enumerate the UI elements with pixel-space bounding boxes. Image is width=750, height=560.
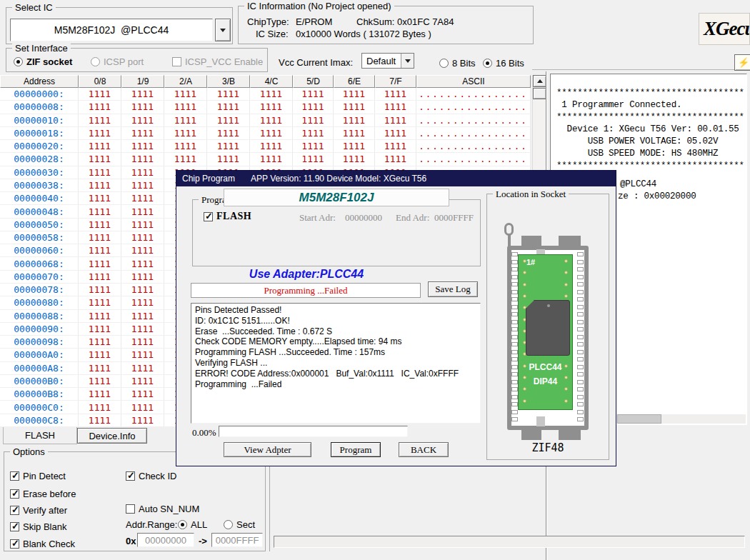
hex-cell[interactable]: 1111: [79, 166, 121, 179]
hex-cell[interactable]: 1111: [79, 414, 121, 426]
save-log-button[interactable]: Save Log: [428, 281, 478, 297]
hex-cell[interactable]: 1111: [164, 88, 207, 100]
hex-cell[interactable]: 1111: [121, 244, 164, 256]
hex-cell[interactable]: 1111: [207, 127, 250, 139]
hex-cell[interactable]: 1111: [121, 140, 164, 152]
hex-cell[interactable]: 1111: [79, 296, 121, 309]
checkbox-verify-after[interactable]: Verify after: [10, 504, 67, 516]
hex-cell[interactable]: 1111: [207, 140, 250, 152]
hex-cell[interactable]: 1111: [334, 114, 375, 126]
hex-cell[interactable]: 1111: [121, 257, 164, 269]
hex-cell[interactable]: 1111: [79, 257, 121, 269]
hex-cell[interactable]: 1111: [79, 114, 121, 126]
hex-cell[interactable]: 1111: [121, 284, 164, 296]
radio-zif-socket[interactable]: ZIF socket: [14, 56, 72, 67]
ic-selector[interactable]: M5M28F102J @PLCC44: [10, 19, 213, 41]
hex-cell[interactable]: 1111: [79, 153, 121, 165]
hex-cell[interactable]: 1111: [334, 127, 375, 139]
radio-addr-all[interactable]: ALL: [178, 519, 207, 530]
hex-cell[interactable]: 1111: [164, 153, 207, 165]
hex-cell[interactable]: 1111: [121, 166, 164, 179]
hex-cell[interactable]: 1111: [79, 349, 121, 361]
hex-cell[interactable]: 1111: [121, 323, 164, 335]
tab-device-info[interactable]: Device.Info: [77, 428, 147, 444]
hex-cell[interactable]: 1111: [121, 127, 164, 139]
hex-cell[interactable]: 1111: [121, 192, 164, 204]
hex-cell[interactable]: 1111: [293, 140, 334, 152]
hex-cell[interactable]: 1111: [293, 101, 334, 113]
hex-cell[interactable]: 1111: [164, 114, 207, 126]
hex-cell[interactable]: 1111: [164, 140, 207, 152]
hex-cell[interactable]: 1111: [121, 296, 164, 309]
hex-cell[interactable]: 1111: [121, 271, 164, 283]
hex-cell[interactable]: 1111: [334, 101, 375, 113]
hex-cell[interactable]: 1111: [79, 284, 121, 296]
hex-cell[interactable]: 1111: [79, 310, 121, 322]
hex-cell[interactable]: 1111: [79, 388, 121, 400]
hex-cell[interactable]: 1111: [375, 88, 416, 100]
hex-cell[interactable]: 1111: [121, 231, 164, 244]
hex-cell[interactable]: 1111: [250, 127, 293, 139]
hex-cell[interactable]: 1111: [121, 179, 164, 191]
quick-action-button[interactable]: ⚡: [734, 54, 750, 71]
scrollbar-thumb[interactable]: [617, 414, 661, 424]
hex-cell[interactable]: 1111: [79, 244, 121, 256]
hex-cell[interactable]: 1111: [79, 219, 121, 231]
hex-cell[interactable]: 1111: [79, 88, 121, 100]
hex-cell[interactable]: 1111: [121, 336, 164, 348]
checkbox-erase-before[interactable]: Erase before: [10, 488, 76, 499]
hex-cell[interactable]: 1111: [79, 192, 121, 204]
radio-8-bits[interactable]: 8 Bits: [439, 57, 476, 69]
hex-cell[interactable]: 1111: [207, 101, 250, 113]
vcc-imax-select[interactable]: Default: [361, 53, 414, 69]
checkbox-auto-sn-num[interactable]: Auto SN_NUM: [126, 503, 199, 514]
hex-cell[interactable]: 1111: [121, 153, 164, 165]
range-from-input[interactable]: 00000000: [137, 533, 194, 547]
hex-cell[interactable]: 1111: [121, 375, 164, 387]
hex-cell[interactable]: 1111: [207, 153, 250, 165]
radio-addr-sect[interactable]: Sect: [224, 519, 255, 530]
hex-cell[interactable]: 1111: [375, 140, 416, 152]
checkbox-flash[interactable]: FLASH: [204, 211, 251, 222]
checkbox-pin-detect[interactable]: Pin Detect: [10, 470, 66, 481]
hex-cell[interactable]: 1111: [375, 114, 416, 126]
hex-cell[interactable]: 1111: [250, 88, 293, 100]
hex-cell[interactable]: 1111: [250, 114, 293, 126]
program-button[interactable]: Program: [331, 442, 381, 457]
radio-16-bits[interactable]: 16 Bits: [483, 57, 524, 69]
hex-cell[interactable]: 1111: [79, 179, 121, 191]
hex-cell[interactable]: 1111: [121, 219, 164, 231]
tab-flash[interactable]: FLASH: [3, 427, 77, 444]
scroll-up-button[interactable]: [533, 75, 546, 87]
hex-cell[interactable]: 1111: [121, 401, 164, 413]
hex-cell[interactable]: 1111: [250, 140, 293, 152]
hex-cell[interactable]: 1111: [293, 114, 334, 126]
hex-cell[interactable]: 1111: [121, 310, 164, 322]
hex-cell[interactable]: 1111: [79, 375, 121, 387]
hex-cell[interactable]: 1111: [121, 114, 164, 126]
hex-cell[interactable]: 1111: [207, 114, 250, 126]
hex-cell[interactable]: 1111: [121, 388, 164, 400]
hex-cell[interactable]: 1111: [375, 127, 416, 139]
hex-cell[interactable]: 1111: [375, 101, 416, 113]
hex-cell[interactable]: 1111: [164, 127, 207, 139]
hex-cell[interactable]: 1111: [207, 88, 250, 100]
scrollbar-thumb[interactable]: [533, 88, 546, 99]
hex-cell[interactable]: 1111: [293, 127, 334, 139]
hex-cell[interactable]: 1111: [121, 349, 164, 361]
hex-cell[interactable]: 1111: [293, 153, 334, 165]
hex-cell[interactable]: 1111: [79, 127, 121, 139]
hex-cell[interactable]: 1111: [375, 153, 416, 165]
hex-cell[interactable]: 1111: [79, 323, 121, 335]
hex-cell[interactable]: 1111: [79, 362, 121, 374]
hex-cell[interactable]: 1111: [79, 401, 121, 413]
hex-cell[interactable]: 1111: [293, 88, 334, 100]
hex-cell[interactable]: 1111: [121, 414, 164, 426]
hex-cell[interactable]: 1111: [334, 153, 375, 165]
hex-cell[interactable]: 1111: [121, 362, 164, 374]
hex-cell[interactable]: 1111: [334, 88, 375, 100]
hex-cell[interactable]: 1111: [121, 205, 164, 217]
checkbox-skip-blank[interactable]: Skip Blank: [10, 521, 66, 532]
hex-cell[interactable]: 1111: [121, 88, 164, 100]
hex-cell[interactable]: 1111: [250, 153, 293, 165]
